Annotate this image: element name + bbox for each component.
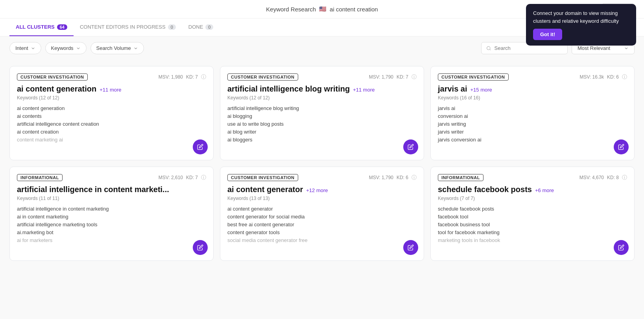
- card-more-badge: +15 more: [471, 87, 492, 93]
- card-meta: MSV: 2,610 KD: 7 ⓘ: [159, 174, 206, 181]
- keyword-item: facebook business tool: [438, 222, 627, 227]
- card-title-text: artificial intelligence in content marke…: [17, 185, 169, 194]
- intent-chevron-icon: [31, 46, 35, 51]
- card-title-text: jarvis ai: [438, 84, 467, 94]
- keyword-item: artificial intelligence blog writing: [227, 105, 417, 111]
- card-title: jarvis ai +15 more: [438, 84, 627, 94]
- keyword-list: ai content generationai contentsartifici…: [17, 105, 206, 143]
- keyword-item: schedule facebook posts: [438, 206, 627, 212]
- keyword-item: artificial intelligence content creation: [17, 121, 206, 127]
- tab-done-badge: 0: [205, 24, 213, 30]
- keyword-list: artificial intelligence blog writingai b…: [227, 105, 417, 143]
- card-kd: KD: 7: [186, 175, 198, 180]
- edit-button[interactable]: [403, 139, 418, 154]
- tab-content-editors[interactable]: CONTENT EDITORS IN PROGRESS 0: [74, 18, 182, 36]
- keywords-filter[interactable]: Keywords: [45, 42, 87, 54]
- header-flag: 🇺🇸: [319, 6, 327, 13]
- info-icon[interactable]: ⓘ: [201, 73, 206, 81]
- edit-button[interactable]: [193, 139, 208, 154]
- keyword-item: ai blog writer: [227, 129, 417, 135]
- cards-grid: CUSTOMER INVESTIGATION MSV: 1,980 KD: 7 …: [0, 60, 644, 267]
- edit-button[interactable]: [614, 139, 629, 154]
- cluster-card: CUSTOMER INVESTIGATION MSV: 16.3k KD: 6 …: [430, 66, 635, 160]
- keyword-item: content generator tools: [227, 229, 417, 235]
- tab-all-clusters[interactable]: ALL CLUSTERS 64: [9, 18, 74, 36]
- card-header: CUSTOMER INVESTIGATION MSV: 1,790 KD: 7 …: [227, 73, 417, 81]
- card-meta: MSV: 1,980 KD: 7 ⓘ: [159, 73, 206, 81]
- card-header: CUSTOMER INVESTIGATION MSV: 1,790 KD: 6 …: [227, 174, 417, 181]
- keyword-item: ai blogging: [227, 113, 417, 119]
- info-icon[interactable]: ⓘ: [622, 174, 627, 181]
- keyword-item: jarvis writer: [438, 129, 627, 135]
- search-volume-filter[interactable]: Search Volume: [90, 42, 144, 54]
- edit-button[interactable]: [614, 240, 629, 255]
- keyword-item: jarvis conversion ai: [438, 137, 627, 143]
- keyword-item: ai.marketing bot: [17, 229, 206, 235]
- keyword-item: facebook tool: [438, 214, 627, 220]
- card-header: INFORMATIONAL MSV: 2,610 KD: 7 ⓘ: [17, 174, 206, 181]
- keyword-item: ai contents: [17, 113, 206, 119]
- keyword-list: jarvis aiconversion aijarvis writingjarv…: [438, 105, 627, 143]
- intent-filter[interactable]: Intent: [9, 42, 41, 54]
- cluster-card: CUSTOMER INVESTIGATION MSV: 1,790 KD: 7 …: [220, 66, 424, 160]
- card-more-badge: +11 more: [353, 87, 375, 93]
- card-title-text: artificial intelligence blog writing: [227, 84, 350, 94]
- svg-point-1: [487, 46, 490, 50]
- card-meta: MSV: 1,790 KD: 6 ⓘ: [369, 174, 417, 181]
- sort-chevron-icon: [624, 46, 629, 51]
- card-header: CUSTOMER INVESTIGATION MSV: 16.3k KD: 6 …: [438, 73, 627, 81]
- info-icon[interactable]: ⓘ: [622, 73, 627, 81]
- card-msv: MSV: 2,610: [159, 175, 183, 180]
- keyword-list: ai content generatorcontent generator fo…: [227, 206, 417, 243]
- card-title-text: schedule facebook posts: [438, 185, 532, 194]
- info-icon[interactable]: ⓘ: [201, 174, 206, 181]
- card-more-badge: +11 more: [100, 87, 121, 93]
- tooltip-box: Connect your domain to view missing clus…: [526, 4, 636, 46]
- card-title: artificial intelligence in content marke…: [17, 185, 206, 194]
- edit-button[interactable]: [193, 240, 208, 255]
- intent-badge: CUSTOMER INVESTIGATION: [227, 174, 298, 181]
- intent-badge: CUSTOMER INVESTIGATION: [17, 73, 88, 81]
- card-title: ai content generator +12 more: [227, 185, 417, 194]
- tab-content-editors-badge: 0: [168, 24, 176, 30]
- edit-button[interactable]: [403, 240, 418, 255]
- keyword-item: artificial intelligence marketing tools: [17, 222, 206, 227]
- keyword-item: content generator for social media: [227, 214, 417, 220]
- card-more-badge: +6 more: [535, 187, 554, 193]
- tooltip-text: Connect your domain to view missing clus…: [533, 9, 629, 25]
- keyword-item: ai content creation: [17, 129, 206, 135]
- search-input[interactable]: [495, 45, 563, 51]
- keyword-item: best free ai content generator: [227, 222, 417, 227]
- keyword-item: ai content generator: [227, 206, 417, 212]
- tab-all-clusters-badge: 64: [57, 24, 67, 30]
- card-meta: MSV: 4,670 KD: 8 ⓘ: [579, 174, 627, 181]
- keyword-item: ai bloggers: [227, 137, 417, 143]
- info-icon[interactable]: ⓘ: [411, 73, 417, 81]
- card-meta: MSV: 1,790 KD: 7 ⓘ: [369, 73, 417, 81]
- edit-icon: [408, 244, 414, 251]
- edit-icon: [197, 144, 203, 150]
- info-icon[interactable]: ⓘ: [411, 174, 417, 181]
- search-icon: [486, 46, 491, 51]
- card-header: INFORMATIONAL MSV: 4,670 KD: 8 ⓘ: [438, 174, 627, 181]
- tab-done[interactable]: DONE 0: [182, 18, 220, 36]
- card-msv: MSV: 1,790: [369, 175, 393, 180]
- keywords-count: Keywords (12 of 12): [17, 95, 206, 101]
- keyword-item: ai in content marketing: [17, 214, 206, 220]
- keyword-item: jarvis writing: [438, 121, 627, 127]
- card-kd: KD: 6: [397, 175, 408, 180]
- card-kd: KD: 7: [186, 74, 198, 80]
- keywords-count: Keywords (11 of 11): [17, 196, 206, 201]
- card-title: artificial intelligence blog writing +11…: [227, 84, 417, 94]
- header-title: Keyword Research 🇺🇸 ai content creation: [266, 6, 378, 13]
- keyword-list: schedule facebook postsfacebook toolface…: [438, 206, 627, 243]
- keyword-item: marketing tools in facebook: [438, 237, 627, 243]
- card-title-text: ai content generator: [227, 185, 303, 194]
- intent-badge: INFORMATIONAL: [17, 174, 63, 181]
- card-header: CUSTOMER INVESTIGATION MSV: 1,980 KD: 7 …: [17, 73, 206, 81]
- got-it-button[interactable]: Got it!: [533, 29, 562, 40]
- intent-badge: CUSTOMER INVESTIGATION: [438, 73, 509, 81]
- keywords-count: Keywords (12 of 12): [227, 95, 417, 101]
- keyword-item: conversion ai: [438, 113, 627, 119]
- cluster-card: INFORMATIONAL MSV: 4,670 KD: 8 ⓘ schedul…: [430, 167, 635, 261]
